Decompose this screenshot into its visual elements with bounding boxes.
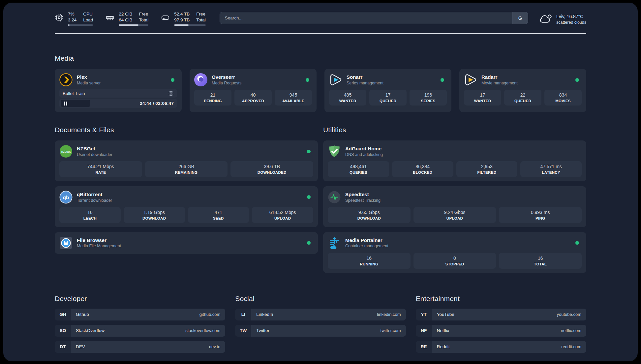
- app-description: Usenet downloader: [77, 152, 112, 157]
- bookmark-dev[interactable]: DT DEV dev.to: [55, 341, 225, 353]
- status-dot: [575, 78, 579, 82]
- stat-label: TOTAL: [500, 262, 580, 266]
- app-card-overseerr[interactable]: Overseerr Media Requests 21 PENDING 40 A…: [190, 69, 317, 112]
- stat-label: APPROVED: [236, 99, 270, 103]
- stat-value: 47.571 ms: [522, 164, 580, 170]
- stat-label: RATE: [61, 170, 141, 174]
- pause-icon[interactable]: [64, 102, 67, 106]
- stat-value: 0.993 ms: [500, 209, 580, 216]
- bookmark-github[interactable]: GH Github github.com: [55, 309, 225, 320]
- weather-condition: scattered clouds: [556, 20, 586, 25]
- bookmark-name: YouTube: [437, 312, 454, 317]
- app-card-portainer[interactable]: Media Portainer Container management 16 …: [323, 232, 586, 273]
- bookmark-reddit[interactable]: RE Reddit reddit.com: [416, 341, 586, 353]
- plex-icon: [59, 73, 73, 86]
- stat-movies: 834 MOVIES: [544, 90, 582, 106]
- app-card-adguard[interactable]: AdGuard Home DNS and adblocking 498,461 …: [323, 140, 586, 181]
- app-card-filebrowser[interactable]: File Browser Media File Management: [55, 232, 318, 254]
- plex-playback-bar[interactable]: 24:44 / 02:06:47: [59, 99, 177, 108]
- cpu-percent: 7%: [68, 11, 76, 17]
- stat-download: 1.19 Gbps DOWNLOAD: [124, 207, 185, 223]
- app-description: DNS and adblocking: [345, 152, 383, 157]
- status-dot: [441, 78, 444, 82]
- memory-free-label: Free: [139, 11, 149, 17]
- bookmark-linkedin[interactable]: LI LinkedIn linkedin.com: [235, 309, 406, 320]
- cpu-load: 3.24: [68, 17, 76, 23]
- ram-icon: [106, 13, 114, 26]
- stat-ping: 0.993 ms PING: [499, 207, 582, 223]
- disk-progress-fill: [174, 24, 189, 26]
- stat-value: 196: [411, 92, 445, 98]
- bookmark-name: StackOverflow: [76, 328, 105, 333]
- stat-label: DOWNLOAD: [125, 216, 184, 220]
- stat-leech: 16 LEECH: [59, 207, 121, 223]
- bookmark-abbr: RE: [416, 341, 432, 353]
- bookmark-youtube[interactable]: YT YouTube youtube.com: [416, 309, 586, 320]
- cpu-label: CPU: [83, 11, 93, 17]
- stat-approved: 40 APPROVED: [234, 90, 272, 106]
- app-card-speedtest[interactable]: Speedtest Speedtest Tracking 9.65 Gbps D…: [323, 186, 586, 227]
- dashboard: 7% 3.24 CPU Load: [3, 3, 638, 361]
- app-card-qbittorrent[interactable]: qb qBittorrent Torrent downloader 16 LEE…: [55, 186, 318, 227]
- portainer-icon: [328, 236, 341, 250]
- stat-label: SEED: [189, 216, 248, 220]
- stat-stopped: 0 STOPPED: [413, 253, 496, 269]
- stat-label: STOPPED: [415, 262, 495, 266]
- bookmark-name: Twitter: [256, 328, 269, 333]
- section-title-developer: Developer: [55, 295, 225, 303]
- stat-label: BLOCKED: [393, 170, 452, 174]
- disk-free-label: Free: [196, 11, 206, 17]
- bookmark-twitter[interactable]: TW Twitter twitter.com: [235, 325, 406, 337]
- stat-rate: 744.21 Mbps RATE: [59, 161, 142, 177]
- memory-progress-fill: [119, 24, 138, 26]
- stat-blocked: 86,384 BLOCKED: [392, 161, 453, 177]
- app-name: AdGuard Home: [345, 145, 383, 152]
- bookmark-url: github.com: [199, 312, 221, 317]
- bookmark-stackoverflow[interactable]: SO StackOverflow stackoverflow.com: [55, 325, 225, 337]
- stat-total: 16 TOTAL: [499, 253, 582, 269]
- bookmark-name: Netflix: [437, 328, 449, 333]
- bookmark-name: DEV: [76, 344, 85, 349]
- status-dot: [307, 195, 311, 199]
- app-name: Radarr: [481, 74, 518, 80]
- bookmark-url: linkedin.com: [377, 312, 401, 317]
- cpu-icon: [55, 13, 64, 26]
- app-card-sonarr[interactable]: Sonarr Series management 485 WANTED 17 Q…: [324, 69, 451, 112]
- app-description: Container management: [345, 243, 388, 249]
- bookmark-abbr: LI: [235, 309, 251, 320]
- status-dot: [307, 150, 311, 153]
- app-card-radarr[interactable]: Radarr Movie management 17 WANTED 22 QUE…: [459, 69, 586, 112]
- search-input[interactable]: [220, 12, 512, 24]
- app-card-nzbget[interactable]: nzbget NZBGet Usenet downloader 744.21 M…: [55, 140, 318, 181]
- stat-label: LATENCY: [522, 170, 580, 174]
- stat-value: 2,953: [458, 164, 516, 170]
- nzbget-icon: nzbget: [59, 145, 73, 158]
- svg-text:nzbget: nzbget: [61, 150, 71, 153]
- section-title-social: Social: [235, 295, 406, 303]
- stat-label: DOWNLOADED: [232, 170, 312, 174]
- movie-camera-icon: [168, 91, 174, 96]
- stat-wanted: 485 WANTED: [329, 90, 366, 106]
- stat-wanted: 17 WANTED: [464, 90, 501, 106]
- bookmark-url: dev.to: [209, 344, 220, 349]
- status-dot: [575, 241, 579, 245]
- stat-value: 17: [371, 92, 405, 98]
- stat-value: 1.19 Gbps: [125, 209, 184, 216]
- search-engine-button[interactable]: G: [512, 12, 528, 24]
- stat-upload: 618.52 Mbps UPLOAD: [252, 207, 313, 223]
- cloud-icon: [538, 12, 552, 27]
- search-bar: G: [220, 12, 528, 24]
- stat-pending: 21 PENDING: [194, 90, 231, 106]
- hard-drive-icon: [161, 13, 170, 26]
- section-title-media: Media: [55, 54, 586, 62]
- app-card-plex[interactable]: Plex Media server Bullet Train 24:44 / 0…: [55, 69, 182, 112]
- stat-value: 21: [196, 92, 230, 98]
- section-title-documents: Documents & Files: [55, 126, 318, 134]
- app-description: Movie management: [481, 80, 518, 86]
- stat-label: LEECH: [61, 216, 119, 220]
- radarr-icon: [464, 73, 477, 86]
- bookmark-netflix[interactable]: NF Netflix netflix.com: [416, 325, 586, 337]
- stat-filtered: 2,953 FILTERED: [456, 161, 518, 177]
- stat-latency: 47.571 ms LATENCY: [520, 161, 582, 177]
- qbittorrent-icon: qb: [59, 191, 73, 204]
